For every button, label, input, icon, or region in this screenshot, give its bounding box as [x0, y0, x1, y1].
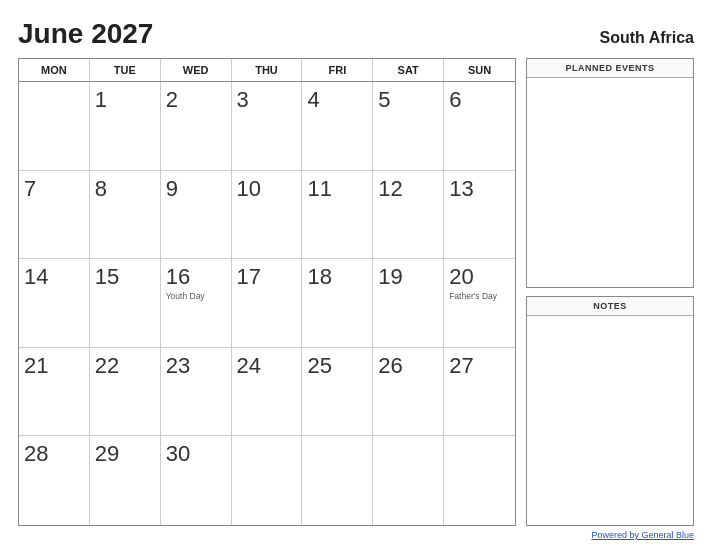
day-number: 20 [449, 265, 473, 289]
holiday-label: Father's Day [449, 291, 497, 301]
calendar-cell: 17 [232, 259, 303, 347]
day-number: 14 [24, 265, 48, 289]
country-title: South Africa [599, 29, 694, 47]
calendar-cell: 20Father's Day [444, 259, 515, 347]
day-number: 19 [378, 265, 402, 289]
calendar-cell: 11 [302, 171, 373, 259]
day-number: 2 [166, 88, 178, 112]
calendar-cell: 1 [90, 82, 161, 170]
calendar-cell [444, 436, 515, 525]
planned-events-content [527, 78, 693, 287]
calendar-cell: 3 [232, 82, 303, 170]
calendar-cell [302, 436, 373, 525]
calendar-cell: 5 [373, 82, 444, 170]
planned-events-title: PLANNED EVENTS [527, 59, 693, 78]
day-number: 27 [449, 354, 473, 378]
calendar-cell [373, 436, 444, 525]
day-number: 1 [95, 88, 107, 112]
day-number: 26 [378, 354, 402, 378]
day-number: 8 [95, 177, 107, 201]
day-number: 11 [307, 177, 331, 201]
calendar-cell: 2 [161, 82, 232, 170]
calendar-cell: 12 [373, 171, 444, 259]
day-number: 25 [307, 354, 331, 378]
calendar-row: 282930 [19, 436, 515, 525]
calendar-cell: 14 [19, 259, 90, 347]
day-number: 5 [378, 88, 390, 112]
holiday-label: Youth Day [166, 291, 205, 301]
cal-header-cell: WED [161, 59, 232, 81]
day-number: 12 [378, 177, 402, 201]
calendar-page: June 2027 South Africa MONTUEWEDTHUFRISA… [0, 0, 712, 550]
footer: Powered by General Blue [18, 530, 694, 540]
notes-title: NOTES [527, 297, 693, 316]
calendar-cell: 16Youth Day [161, 259, 232, 347]
calendar-cell: 23 [161, 348, 232, 436]
calendar-header: MONTUEWEDTHUFRISATSUN [19, 59, 515, 82]
day-number: 22 [95, 354, 119, 378]
month-title: June 2027 [18, 18, 153, 50]
day-number: 16 [166, 265, 190, 289]
cal-header-cell: MON [19, 59, 90, 81]
calendar-cell: 10 [232, 171, 303, 259]
calendar-cell: 9 [161, 171, 232, 259]
calendar-cell: 26 [373, 348, 444, 436]
main-content: MONTUEWEDTHUFRISATSUN 123456789101112131… [18, 58, 694, 526]
calendar-cell: 28 [19, 436, 90, 525]
calendar-cell: 29 [90, 436, 161, 525]
cal-header-cell: FRI [302, 59, 373, 81]
day-number: 3 [237, 88, 249, 112]
day-number: 17 [237, 265, 261, 289]
cal-header-cell: SAT [373, 59, 444, 81]
day-number: 30 [166, 442, 190, 466]
day-number: 10 [237, 177, 261, 201]
calendar-cell: 24 [232, 348, 303, 436]
cal-header-cell: THU [232, 59, 303, 81]
calendar-cell [19, 82, 90, 170]
cal-header-cell: SUN [444, 59, 515, 81]
calendar-row: 78910111213 [19, 171, 515, 260]
calendar-cell [232, 436, 303, 525]
calendar-cell: 6 [444, 82, 515, 170]
day-number: 29 [95, 442, 119, 466]
calendar-cell: 22 [90, 348, 161, 436]
calendar-cell: 13 [444, 171, 515, 259]
calendar-cell: 18 [302, 259, 373, 347]
calendar-cell: 8 [90, 171, 161, 259]
calendar-cell: 21 [19, 348, 90, 436]
calendar-row: 123456 [19, 82, 515, 171]
day-number: 21 [24, 354, 48, 378]
day-number: 15 [95, 265, 119, 289]
day-number: 9 [166, 177, 178, 201]
calendar-row: 141516Youth Day17181920Father's Day [19, 259, 515, 348]
notes-content [527, 316, 693, 525]
powered-by-link[interactable]: Powered by General Blue [591, 530, 694, 540]
calendar-cell: 30 [161, 436, 232, 525]
calendar-cell: 15 [90, 259, 161, 347]
calendar-cell: 7 [19, 171, 90, 259]
day-number: 18 [307, 265, 331, 289]
day-number: 28 [24, 442, 48, 466]
day-number: 6 [449, 88, 461, 112]
calendar-cell: 25 [302, 348, 373, 436]
calendar-row: 21222324252627 [19, 348, 515, 437]
calendar-cell: 27 [444, 348, 515, 436]
calendar-cell: 19 [373, 259, 444, 347]
cal-header-cell: TUE [90, 59, 161, 81]
day-number: 4 [307, 88, 319, 112]
day-number: 24 [237, 354, 261, 378]
calendar: MONTUEWEDTHUFRISATSUN 123456789101112131… [18, 58, 516, 526]
day-number: 13 [449, 177, 473, 201]
day-number: 7 [24, 177, 36, 201]
sidebar: PLANNED EVENTS NOTES [526, 58, 694, 526]
notes-box: NOTES [526, 296, 694, 526]
calendar-cell: 4 [302, 82, 373, 170]
planned-events-box: PLANNED EVENTS [526, 58, 694, 288]
header: June 2027 South Africa [18, 18, 694, 50]
day-number: 23 [166, 354, 190, 378]
calendar-body: 12345678910111213141516Youth Day17181920… [19, 82, 515, 525]
